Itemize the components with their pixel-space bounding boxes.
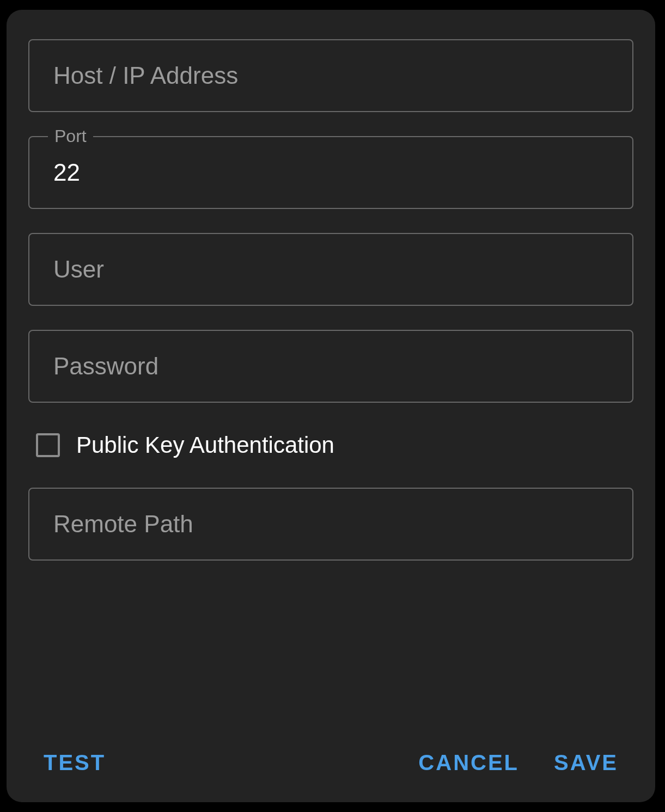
- form-area: Port Public Key Authentication: [28, 39, 633, 715]
- actions-right: CANCEL SAVE: [418, 751, 618, 775]
- test-button[interactable]: TEST: [44, 751, 106, 775]
- remote-path-input[interactable]: [28, 488, 633, 561]
- public-key-auth-row: Public Key Authentication: [28, 432, 633, 458]
- port-label: Port: [48, 126, 93, 146]
- dialog-actions: TEST CANCEL SAVE: [28, 751, 633, 775]
- user-field-wrapper: [28, 233, 633, 306]
- public-key-auth-label[interactable]: Public Key Authentication: [76, 432, 334, 458]
- password-input[interactable]: [28, 330, 633, 403]
- save-button[interactable]: SAVE: [554, 751, 618, 775]
- host-field-wrapper: [28, 39, 633, 112]
- public-key-auth-checkbox[interactable]: [36, 433, 60, 457]
- cancel-button[interactable]: CANCEL: [418, 751, 519, 775]
- password-field-wrapper: [28, 330, 633, 403]
- remote-path-field-wrapper: [28, 488, 633, 561]
- port-input[interactable]: [28, 136, 633, 209]
- host-input[interactable]: [28, 39, 633, 112]
- port-field-wrapper: Port: [28, 136, 633, 209]
- user-input[interactable]: [28, 233, 633, 306]
- connection-dialog: Port Public Key Authentication TEST CANC…: [7, 10, 655, 802]
